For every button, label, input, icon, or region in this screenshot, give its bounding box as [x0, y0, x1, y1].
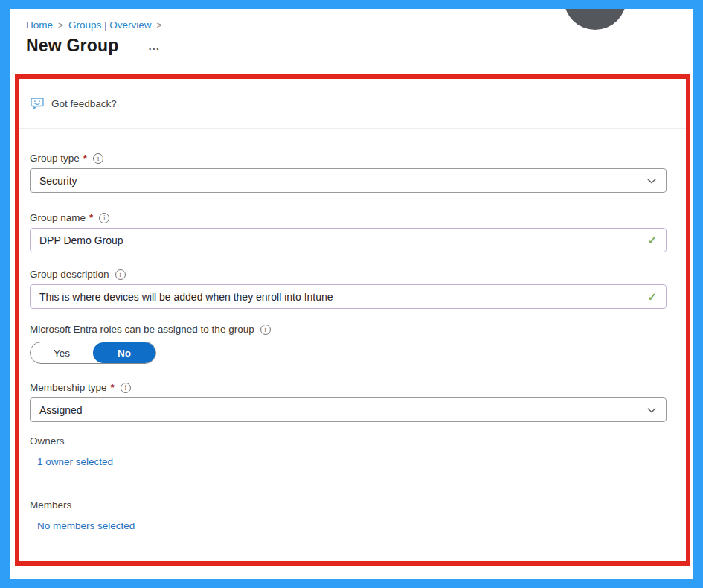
- form-panel-content: Got feedback? Group type * i Security: [19, 79, 686, 532]
- group-name-value: DPP Demo Group: [39, 234, 647, 246]
- valid-check-icon: ✓: [647, 234, 657, 247]
- group-description-label-text: Group description: [30, 269, 109, 280]
- portal-page: Home > Groups | Overview > New Group ...: [10, 9, 693, 579]
- required-asterisk: *: [89, 212, 93, 223]
- info-icon[interactable]: i: [93, 153, 103, 164]
- group-type-label-text: Group type: [30, 153, 80, 164]
- info-icon[interactable]: i: [99, 213, 109, 223]
- chevron-down-icon: [646, 176, 657, 186]
- valid-check-icon: ✓: [647, 290, 657, 304]
- group-description-value: This is where devices will be added when…: [39, 291, 647, 303]
- owners-label: Owners: [30, 435, 667, 447]
- breadcrumb-home-link[interactable]: Home: [26, 19, 53, 31]
- more-options-button[interactable]: ...: [148, 42, 160, 50]
- info-icon[interactable]: i: [115, 269, 126, 280]
- members-selected-link[interactable]: No members selected: [37, 520, 135, 531]
- chevron-down-icon: [646, 405, 657, 415]
- entra-roles-label-text: Microsoft Entra roles can be assigned to…: [30, 324, 254, 335]
- title-row: New Group ...: [10, 31, 693, 56]
- info-icon[interactable]: i: [260, 325, 271, 335]
- feedback-smiley-icon: [30, 96, 45, 111]
- required-asterisk: *: [111, 382, 115, 393]
- group-name-label-text: Group name: [30, 212, 86, 223]
- entra-roles-yes-option[interactable]: Yes: [31, 342, 93, 363]
- group-type-dropdown[interactable]: Security: [30, 168, 667, 193]
- toolbar-divider: [19, 128, 686, 129]
- group-name-label: Group name * i: [30, 212, 667, 223]
- group-type-label: Group type * i: [30, 153, 667, 164]
- breadcrumb-separator: >: [58, 20, 63, 31]
- page-title: New Group: [26, 36, 118, 56]
- entra-roles-label: Microsoft Entra roles can be assigned to…: [30, 324, 667, 335]
- breadcrumb-groups-overview-link[interactable]: Groups | Overview: [68, 19, 152, 31]
- got-feedback-button[interactable]: Got feedback?: [30, 95, 141, 112]
- breadcrumb-separator: >: [157, 20, 162, 31]
- entra-roles-toggle: Yes No: [30, 342, 156, 364]
- membership-type-dropdown[interactable]: Assigned: [30, 397, 667, 422]
- group-type-value: Security: [39, 175, 646, 187]
- entra-roles-no-option[interactable]: No: [93, 342, 155, 363]
- form-panel: Got feedback? Group type * i Security: [15, 74, 690, 566]
- membership-type-value: Assigned: [39, 404, 646, 416]
- membership-type-label-text: Membership type: [30, 382, 107, 393]
- group-description-input[interactable]: This is where devices will be added when…: [30, 284, 667, 309]
- info-icon[interactable]: i: [121, 383, 131, 393]
- group-description-label: Group description i: [30, 269, 667, 280]
- owners-selected-link[interactable]: 1 owner selected: [37, 456, 113, 467]
- membership-type-label: Membership type * i: [30, 382, 667, 393]
- required-asterisk: *: [83, 153, 87, 164]
- highlight-frame: Home > Groups | Overview > New Group ...: [0, 0, 703, 588]
- members-label: Members: [30, 499, 667, 511]
- group-name-input[interactable]: DPP Demo Group ✓: [30, 228, 667, 252]
- got-feedback-label: Got feedback?: [51, 98, 117, 109]
